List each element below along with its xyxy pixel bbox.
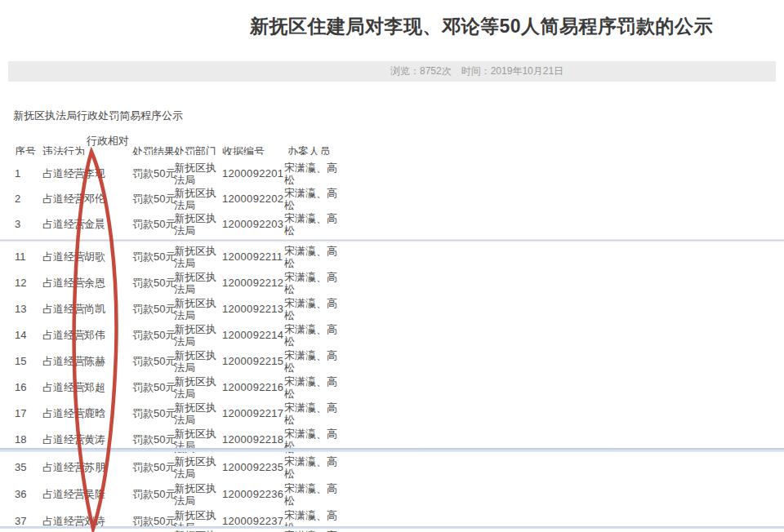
cell-name: 胡歌	[84, 250, 129, 263]
cell-behavior: 占道经营	[42, 218, 87, 230]
cell-department: 新抚区执法局	[174, 297, 220, 321]
cell-receipt: 1200092211	[222, 250, 292, 263]
cell-receipt: 1200092214	[222, 329, 292, 341]
cell-staff: 宋潇瀛、高松	[284, 349, 341, 374]
table-row: 18 占道经营 黄涛 罚款50元 新抚区执法局 1200092218 宋潇瀛、高…	[0, 428, 784, 448]
cell-behavior: 占道经营	[42, 515, 87, 526]
cell-receipt: 1200092235	[222, 461, 292, 473]
cell-department: 新抚区执法局	[174, 455, 220, 480]
cell-department: 新抚区执法局	[174, 323, 220, 348]
cell-name: 尚凯	[84, 303, 129, 315]
cell-receipt: 1200092237	[222, 515, 292, 526]
cell-receipt: 1200092215	[222, 355, 292, 367]
cell-result: 罚款50元	[132, 193, 180, 205]
table-row: 1 占道经营 李现 罚款50元 新抚区执法局 1200092201 宋潇瀛、高松	[0, 162, 784, 186]
cell-behavior: 占道经营	[42, 329, 87, 341]
table-segment-2: 11 占道经营 胡歌 罚款50元 新抚区执法局 1200092211 宋潇瀛、高…	[0, 242, 784, 448]
cell-department: 新抚区执法局	[174, 187, 220, 211]
cell-seq: 11	[15, 250, 39, 263]
cell-department: 新抚区执法局	[174, 162, 220, 186]
cell-name: 刘诗	[84, 515, 129, 526]
cell-result: 罚款50元	[132, 381, 180, 393]
cell-receipt: 1200092218	[222, 433, 292, 446]
cell-name: 余恩	[84, 277, 129, 289]
cell-name: 苏朋	[84, 461, 129, 473]
cell-staff: 宋潇瀛、高松	[284, 428, 341, 448]
table-row: 2 占道经营 邓伦 罚款50元 新抚区执法局 1200092202 宋潇瀛、高松	[0, 187, 784, 211]
cell-staff: 宋潇瀛、高松	[284, 375, 341, 400]
views-and-date: 浏览：8752次 时间：2019年10月21日	[390, 61, 564, 82]
cell-name: 陈赫	[84, 355, 129, 367]
cell-behavior: 占道经营	[42, 407, 87, 419]
cell-staff: 宋潇瀛、高松	[284, 509, 341, 526]
cell-name: 吴隆	[84, 488, 129, 500]
table-row: 16 占道经营 郑超 罚款50元 新抚区执法局 1200092216 宋潇瀛、高…	[0, 375, 784, 400]
cell-name: 金晨	[84, 218, 129, 230]
cell-behavior: 占道经营	[42, 250, 87, 263]
cell-receipt: 1200092216	[222, 381, 292, 393]
document-subtitle: 新抚区执法局行政处罚简易程序公示	[13, 109, 183, 123]
cell-seq: 15	[15, 355, 39, 367]
cell-staff: 宋潇瀛、高松	[284, 212, 341, 237]
cell-department: 新抚区执法局	[174, 245, 220, 269]
table-row: 35 占道经营 苏朋 罚款50元 新抚区执法局 1200092235 宋潇瀛、高…	[0, 455, 784, 480]
cell-behavior: 占道经营	[42, 167, 87, 180]
cell-receipt: 1200092212	[222, 277, 292, 289]
cell-result: 罚款50元	[132, 433, 180, 446]
cell-behavior: 占道经营	[42, 193, 87, 205]
cell-result: 罚款50元	[132, 250, 180, 263]
cell-staff: 宋潇瀛、高松	[284, 162, 341, 186]
table-row: 14 占道经营 郑伟 罚款50元 新抚区执法局 1200092214 宋潇瀛、高…	[0, 323, 784, 348]
cell-result: 罚款50元	[132, 277, 180, 289]
cell-behavior: 占道经营	[42, 381, 87, 393]
cell-seq: 2	[15, 193, 39, 205]
cell-seq: 3	[15, 218, 39, 230]
table-row: 15 占道经营 陈赫 罚款50元 新抚区执法局 1200092215 宋潇瀛、高…	[0, 349, 784, 374]
cell-name: 李现	[84, 167, 129, 180]
cell-result: 罚款50元	[132, 167, 180, 180]
cell-department: 新抚区执法局	[174, 509, 220, 526]
cell-name: 郑伟	[84, 329, 129, 341]
cell-result: 罚款50元	[132, 218, 180, 230]
cell-behavior: 占道经营	[42, 303, 87, 315]
cell-seq: 18	[15, 433, 39, 446]
stitch-seam	[0, 526, 784, 529]
cell-name: 黄涛	[84, 433, 129, 446]
cell-name: 邓伦	[84, 193, 129, 205]
cell-behavior: 占道经营	[42, 433, 87, 446]
cell-result: 罚款50元	[132, 303, 180, 315]
cell-result: 罚款50元	[132, 461, 180, 473]
cell-behavior: 占道经营	[42, 355, 87, 367]
table-segment-3: 新抚区执法局 宋潇瀛、高松 35 占道经营 苏朋 罚款50元 新抚区执法局 12…	[0, 451, 784, 526]
table-row: 36 占道经营 吴隆 罚款50元 新抚区执法局 1200092236 宋潇瀛、高…	[0, 482, 784, 507]
header-name: 行政相对	[87, 134, 129, 149]
cell-staff: 宋潇瀛、高松	[284, 455, 341, 480]
cell-behavior: 占道经营	[42, 461, 87, 473]
cell-seq: 36	[15, 488, 39, 500]
table-row: 11 占道经营 胡歌 罚款50元 新抚区执法局 1200092211 宋潇瀛、高…	[0, 245, 784, 269]
cell-result: 罚款50元	[132, 488, 180, 500]
cell-staff: 宋潇瀛、高松	[284, 187, 341, 211]
cell-department: 新抚区执法局	[174, 482, 220, 507]
table-segment-4: 占道经营 罚款50元 新抚区执法局 宋潇瀛、高松	[0, 529, 784, 532]
cell-receipt: 1200092201	[222, 167, 292, 180]
cell-seq: 17	[15, 407, 39, 419]
cell-department: 新抚区执法局	[174, 375, 220, 400]
cell-seq: 12	[15, 277, 39, 289]
cell-department: 新抚区执法局	[174, 271, 220, 295]
cell-staff: 宋潇瀛、高松	[284, 271, 341, 295]
stitch-seam	[0, 239, 784, 242]
cell-seq: 16	[15, 381, 39, 393]
cell-seq: 14	[15, 329, 39, 341]
cell-receipt: 1200092213	[222, 303, 292, 315]
cell-staff: 宋潇瀛、高松	[284, 323, 341, 348]
table-row: 37 占道经营 刘诗 罚款50元 新抚区执法局 1200092237 宋潇瀛、高…	[0, 509, 784, 526]
cell-result: 罚款50元	[132, 407, 180, 419]
cell-result: 罚款50元	[132, 329, 180, 341]
cell-seq: 37	[15, 515, 39, 526]
cell-staff: 宋潇瀛、高松	[284, 482, 341, 507]
cell-result: 罚款50元	[132, 355, 180, 367]
table-row: 3 占道经营 金晨 罚款50元 新抚区执法局 1200092203 宋潇瀛、高松	[0, 212, 784, 237]
cell-staff: 宋潇瀛、高松	[284, 297, 341, 321]
stitch-seam	[0, 448, 784, 452]
